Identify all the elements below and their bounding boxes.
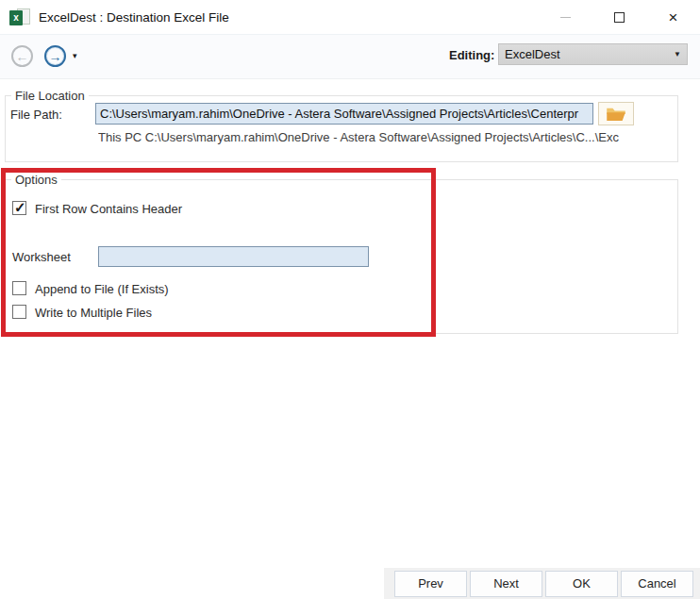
forward-arrow-icon: → [49,50,62,63]
forward-button[interactable]: → [44,45,66,67]
window-title: ExcelDest : Destination Excel File [39,10,229,25]
maximize-button[interactable] [592,0,646,34]
file-path-label: File Path: [10,108,62,122]
cancel-button[interactable]: Cancel [621,571,693,597]
prev-button[interactable]: Prev [394,571,467,597]
append-to-file-label[interactable]: Append to File (If Exists) [35,282,169,296]
close-icon: × [669,9,678,25]
minimize-button[interactable] [539,0,592,34]
folder-icon [606,107,626,122]
back-arrow-icon: ← [16,50,29,63]
next-button[interactable]: Next [470,571,542,597]
window-controls: × [539,0,700,34]
title-bar: x ExcelDest : Destination Excel File × [0,0,700,34]
chevron-down-icon: ▼ [674,50,681,58]
editing-object-value: ExcelDest [505,47,560,61]
browse-folder-button[interactable] [598,102,634,125]
exceldest-dialog: x ExcelDest : Destination Excel File × ←… [0,0,700,599]
first-row-header-label[interactable]: First Row Contains Header [35,202,182,216]
write-multiple-files-label[interactable]: Write to Multiple Files [35,306,152,320]
first-row-header-checkbox[interactable] [12,201,26,215]
maximize-icon [614,12,625,23]
back-button[interactable]: ← [11,45,33,67]
write-multiple-files-checkbox[interactable] [12,305,26,319]
options-group: Options First Row Contains Header Worksh… [5,179,678,334]
footer-button-bar: Prev Next OK Cancel [384,568,700,599]
append-to-file-checkbox[interactable] [12,281,26,295]
file-location-group-label: File Location [11,89,89,103]
excel-file-icon: x [9,8,30,26]
excel-x-glyph: x [9,10,23,25]
minimize-icon [560,17,571,18]
editing-label: Editing: [449,48,494,62]
worksheet-label: Worksheet [12,250,71,264]
editing-object-dropdown[interactable]: ExcelDest ▼ [498,43,688,65]
toolbar: ← → ▾ Editing: ExcelDest ▼ [0,34,700,79]
close-button[interactable]: × [646,0,700,34]
options-group-label: Options [11,173,61,187]
ok-button[interactable]: OK [545,571,618,597]
file-path-input[interactable] [95,103,593,125]
nav-dropdown-caret-icon[interactable]: ▾ [73,51,77,60]
file-location-group: File Location File Path: This PC C:\User… [5,95,678,162]
worksheet-input[interactable] [98,246,369,267]
resolved-path-text: This PC C:\Users\maryam.rahim\OneDrive -… [98,130,674,144]
